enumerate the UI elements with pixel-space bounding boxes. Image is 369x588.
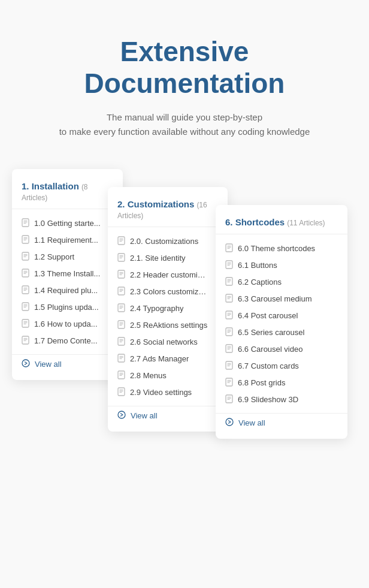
list-item: 1.0 Getting starte...	[12, 215, 123, 232]
view-all-customizations[interactable]: View all	[108, 406, 228, 422]
list-item: 6.9 Slideshow 3D	[216, 391, 347, 408]
circle-icon	[117, 411, 126, 421]
svg-rect-57	[118, 337, 125, 345]
doc-icon	[22, 218, 29, 229]
doc-icon	[117, 303, 125, 314]
view-all-shortcodes[interactable]: View all	[216, 413, 347, 429]
doc-icon	[225, 260, 233, 271]
svg-rect-61	[118, 354, 125, 362]
doc-icon	[225, 327, 233, 338]
svg-rect-53	[118, 321, 125, 328]
doc-icon	[117, 236, 125, 247]
doc-icon	[117, 337, 125, 348]
shortcodes-list: 6.0 Theme shortcodes 6.1 Buttons 6.2 Cap…	[216, 238, 347, 411]
doc-icon	[22, 302, 29, 313]
doc-icon	[225, 361, 233, 372]
list-item: 6.0 Theme shortcodes	[216, 240, 347, 257]
svg-rect-33	[118, 237, 125, 245]
svg-rect-110	[226, 395, 232, 403]
installation-header: 1. Installation(8 Articles)	[12, 181, 123, 209]
cards-container: 1. Installation(8 Articles) 1.0 Getting …	[0, 157, 369, 565]
card-installation: 1. Installation(8 Articles) 1.0 Getting …	[12, 169, 123, 380]
svg-rect-37	[118, 254, 125, 261]
list-item: 2.0. Customizations	[108, 233, 228, 250]
svg-rect-90	[226, 311, 232, 319]
svg-point-73	[118, 411, 125, 418]
svg-rect-86	[226, 294, 232, 302]
svg-rect-102	[226, 361, 232, 369]
svg-rect-94	[226, 328, 232, 336]
doc-icon	[22, 269, 29, 279]
shortcodes-header: 6. Shortcodes(11 Articles)	[216, 217, 347, 234]
view-all-installation[interactable]: View all	[12, 354, 123, 370]
list-item: 1.4 Required plu...	[12, 282, 123, 299]
list-item: 2.9 Video settings	[108, 384, 228, 401]
svg-rect-45	[118, 287, 125, 295]
circle-icon	[225, 418, 234, 428]
list-item: 2.2 Header customizat...	[108, 267, 228, 284]
installation-list: 1.0 Getting starte... 1.1 Requirement...…	[12, 213, 123, 352]
hero-title: Extensive Documentation	[12, 36, 357, 99]
doc-icon	[22, 319, 29, 330]
list-item: 2.1. Site identity	[108, 250, 228, 267]
doc-icon	[117, 320, 125, 331]
list-item: 2.6 Social networks	[108, 334, 228, 351]
list-item: 2.4 Typography	[108, 300, 228, 317]
list-item: 6.3 Carousel medium	[216, 291, 347, 307]
list-item: 6.5 Series carousel	[216, 324, 347, 341]
doc-icon	[22, 285, 29, 296]
doc-icon	[22, 336, 29, 346]
svg-rect-4	[22, 236, 29, 243]
doc-icon	[22, 235, 29, 246]
list-item: 1.1 Requirement...	[12, 232, 123, 249]
hero-section: Extensive Documentation The manual will …	[0, 0, 369, 157]
doc-icon	[225, 243, 233, 254]
svg-rect-65	[118, 371, 125, 379]
doc-icon	[225, 294, 233, 304]
doc-icon	[117, 354, 125, 364]
svg-rect-69	[118, 388, 125, 396]
doc-icon	[225, 394, 233, 405]
list-item: 6.8 Post grids	[216, 375, 347, 391]
doc-icon	[22, 252, 29, 263]
circle-icon	[22, 359, 30, 369]
list-item: 1.7 Demo Conte...	[12, 333, 123, 349]
svg-rect-41	[118, 270, 125, 278]
svg-rect-82	[226, 278, 232, 285]
list-item: 1.6 How to upda...	[12, 316, 123, 333]
svg-rect-8	[22, 252, 29, 260]
list-item: 1.2 Support	[12, 249, 123, 266]
svg-rect-78	[226, 261, 232, 269]
svg-rect-24	[22, 319, 29, 327]
svg-rect-28	[22, 336, 29, 344]
doc-icon	[225, 310, 233, 321]
list-item: 1.5 Plugins upda...	[12, 299, 123, 316]
hero-subtitle: The manual will guide you step-by-step t…	[12, 110, 357, 139]
list-item: 6.2 Captions	[216, 274, 347, 291]
doc-icon	[117, 370, 125, 381]
svg-rect-49	[118, 304, 125, 312]
customizations-header: 2. Customizations(16 Articles)	[108, 199, 228, 227]
list-item: 6.6 Carousel video	[216, 341, 347, 358]
list-item: 6.1 Buttons	[216, 257, 347, 274]
doc-icon	[117, 287, 125, 297]
svg-rect-12	[22, 269, 29, 277]
doc-icon	[225, 277, 233, 288]
doc-icon	[117, 270, 125, 281]
list-item: 2.5 ReAktions settings	[108, 317, 228, 334]
card-customizations: 2. Customizations(16 Articles) 2.0. Cust…	[108, 187, 228, 432]
list-item: 6.4 Post carousel	[216, 307, 347, 324]
list-item: 1.3 Theme Install...	[12, 266, 123, 282]
list-item: 6.7 Custom cards	[216, 358, 347, 375]
doc-icon	[225, 378, 233, 388]
list-item: 2.3 Colors customizatio...	[108, 284, 228, 300]
customizations-list: 2.0. Customizations 2.1. Site identity 2…	[108, 231, 228, 403]
svg-rect-20	[22, 303, 29, 310]
svg-point-114	[226, 418, 233, 426]
doc-icon	[225, 344, 233, 355]
list-item: 2.7 Ads Manager	[108, 351, 228, 367]
card-shortcodes: 6. Shortcodes(11 Articles) 6.0 Theme sho…	[216, 205, 347, 439]
svg-rect-74	[226, 244, 232, 252]
svg-rect-0	[22, 219, 29, 227]
svg-rect-98	[226, 345, 232, 352]
